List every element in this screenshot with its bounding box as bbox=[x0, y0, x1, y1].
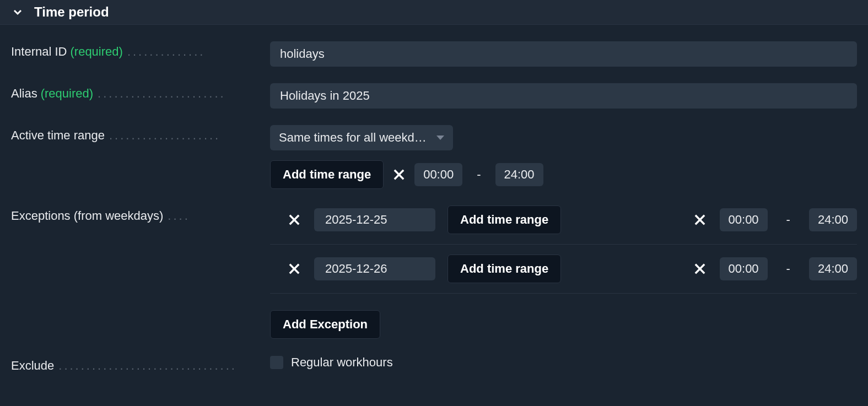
time-from-input[interactable]: 00:00 bbox=[414, 163, 462, 186]
section-header[interactable]: Time period bbox=[0, 0, 868, 25]
label-text: Internal ID bbox=[11, 45, 67, 59]
remove-time-range-icon[interactable] bbox=[692, 261, 708, 277]
time-to-input[interactable]: 24:00 bbox=[809, 208, 857, 231]
active-time-range-select[interactable]: Same times for all weekd… bbox=[270, 125, 453, 150]
value-col: Regular workhours bbox=[237, 355, 857, 370]
row-exceptions: Exceptions (from weekdays) .... 2025-12-… bbox=[11, 205, 857, 339]
exclude-checkbox-wrap: Regular workhours bbox=[270, 355, 857, 370]
label-text: Alias bbox=[11, 86, 37, 101]
label-internal-id: Internal ID (required) .............. bbox=[11, 41, 237, 59]
label-active-time-range: Active time range .................... bbox=[11, 125, 237, 143]
add-time-range-button[interactable]: Add time range bbox=[270, 160, 384, 189]
exception-row: 2025-12-25 Add time range 00:00 - 24:00 bbox=[270, 205, 857, 245]
label-text: Exclude bbox=[11, 359, 54, 373]
add-exception-button[interactable]: Add Exception bbox=[270, 310, 380, 339]
dots-filler: .................... bbox=[109, 128, 237, 143]
label-exceptions: Exceptions (from weekdays) .... bbox=[11, 205, 237, 223]
row-internal-id: Internal ID (required) .............. bbox=[11, 41, 857, 67]
value-col: Same times for all weekd… Add time range… bbox=[237, 125, 857, 189]
remove-exception-icon[interactable] bbox=[287, 261, 302, 277]
required-tag: (required) bbox=[71, 45, 123, 59]
dots-filler: .... bbox=[168, 209, 237, 223]
exclude-checkbox-label: Regular workhours bbox=[291, 355, 393, 370]
row-exclude: Exclude ................................… bbox=[11, 355, 857, 373]
value-col bbox=[237, 41, 857, 67]
exclude-checkbox[interactable] bbox=[270, 356, 283, 369]
time-dash: - bbox=[780, 262, 797, 276]
dots-filler: ....................... bbox=[98, 86, 237, 101]
dots-filler: ........................................… bbox=[58, 359, 237, 373]
time-to-input[interactable]: 24:00 bbox=[495, 163, 543, 186]
add-time-range-button[interactable]: Add time range bbox=[448, 255, 561, 283]
alias-input[interactable] bbox=[270, 83, 857, 109]
time-range-line: Add time range 00:00 - 24:00 bbox=[270, 160, 857, 189]
value-col: 2025-12-25 Add time range 00:00 - 24:00 … bbox=[237, 205, 857, 339]
time-dash: - bbox=[470, 167, 487, 182]
remove-time-range-icon[interactable] bbox=[391, 167, 407, 182]
form-body: Internal ID (required) .............. Al… bbox=[0, 25, 868, 389]
section-title: Time period bbox=[34, 4, 109, 20]
exception-row: 2025-12-26 Add time range 00:00 - 24:00 bbox=[270, 245, 857, 294]
row-active-time-range: Active time range .................... S… bbox=[11, 125, 857, 189]
time-dash: - bbox=[780, 213, 797, 227]
time-from-input[interactable]: 00:00 bbox=[720, 257, 768, 280]
label-exclude: Exclude ................................… bbox=[11, 355, 237, 373]
label-text: Active time range bbox=[11, 128, 105, 143]
chevron-down-icon bbox=[11, 6, 24, 19]
dots-filler: .............. bbox=[127, 45, 237, 59]
row-alias: Alias (required) ....................... bbox=[11, 83, 857, 109]
required-tag: (required) bbox=[41, 86, 93, 101]
exception-date-input[interactable]: 2025-12-26 bbox=[314, 257, 435, 280]
label-text: Exceptions (from weekdays) bbox=[11, 209, 163, 223]
time-to-input[interactable]: 24:00 bbox=[809, 257, 857, 280]
remove-exception-icon[interactable] bbox=[287, 212, 302, 228]
select-value: Same times for all weekd… bbox=[279, 131, 427, 145]
time-from-input[interactable]: 00:00 bbox=[720, 208, 768, 231]
exception-date-input[interactable]: 2025-12-25 bbox=[314, 208, 435, 231]
remove-time-range-icon[interactable] bbox=[692, 212, 708, 228]
add-time-range-button[interactable]: Add time range bbox=[448, 205, 561, 234]
label-alias: Alias (required) ....................... bbox=[11, 83, 237, 101]
value-col bbox=[237, 83, 857, 109]
internal-id-input[interactable] bbox=[270, 41, 857, 67]
dropdown-arrow-icon bbox=[436, 136, 444, 140]
